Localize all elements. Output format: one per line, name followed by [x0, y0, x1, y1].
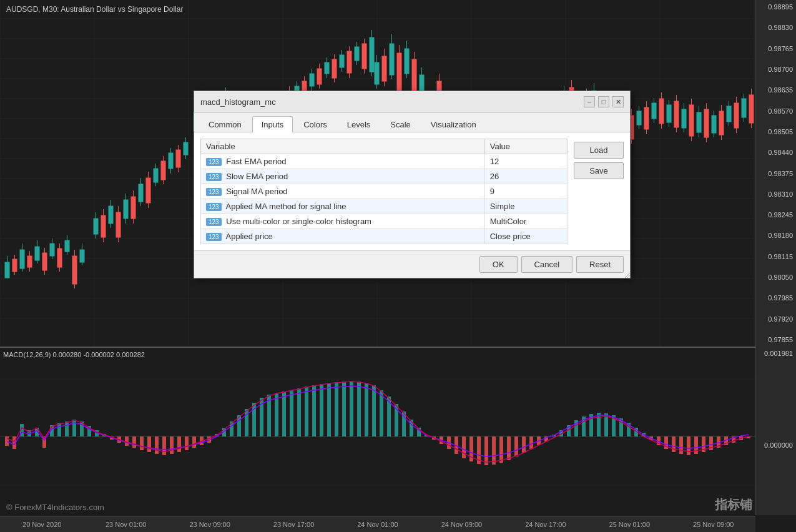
- type-badge: 123: [206, 158, 222, 166]
- table-row[interactable]: 123 Slow EMA period 26: [201, 169, 568, 184]
- svg-line-322: [625, 273, 630, 278]
- svg-line-323: [627, 275, 630, 278]
- table-cell-variable: 123 Applied MA method for signal line: [201, 199, 485, 214]
- tab-common[interactable]: Common: [199, 116, 251, 132]
- table-cell-variable: 123 Slow EMA period: [201, 169, 485, 184]
- dialog-titlebar[interactable]: macd_histogram_mc − □ ✕: [194, 91, 630, 113]
- table-cell-variable: 123 Signal MA period: [201, 184, 485, 199]
- dialog-footer: OK Cancel Reset: [194, 250, 630, 278]
- load-button[interactable]: Load: [574, 142, 624, 159]
- table-cell-variable: 123 Use multi-color or single-color hist…: [201, 214, 485, 229]
- dialog-controls: − □ ✕: [584, 96, 624, 107]
- table-cell-value[interactable]: 26: [484, 169, 567, 184]
- col-header-value: Value: [484, 139, 567, 154]
- type-badge: 123: [206, 173, 222, 181]
- table-cell-variable: 123 Fast EMA period: [201, 154, 485, 169]
- table-cell-value[interactable]: MultiColor: [484, 214, 567, 229]
- table-row[interactable]: 123 Use multi-color or single-color hist…: [201, 214, 568, 229]
- resize-icon: [622, 270, 630, 278]
- minimize-button[interactable]: −: [584, 96, 595, 107]
- tab-inputs[interactable]: Inputs: [252, 116, 293, 132]
- table-row[interactable]: 123 Applied price Close price: [201, 229, 568, 244]
- tab-colors[interactable]: Colors: [294, 116, 337, 132]
- type-badge: 123: [206, 188, 222, 196]
- table-cell-value[interactable]: 12: [484, 154, 567, 169]
- table-row[interactable]: 123 Fast EMA period 12: [201, 154, 568, 169]
- resize-handle[interactable]: [622, 270, 630, 278]
- table-cell-variable: 123 Applied price: [201, 229, 485, 244]
- tab-bar: Common Inputs Colors Levels Scale Visual…: [194, 113, 630, 132]
- table-row[interactable]: 123 Applied MA method for signal line Si…: [201, 199, 568, 214]
- tab-visualization[interactable]: Visualization: [421, 116, 486, 132]
- type-badge: 123: [206, 203, 222, 211]
- type-badge: 123: [206, 233, 222, 241]
- tab-levels[interactable]: Levels: [338, 116, 380, 132]
- table-row[interactable]: 123 Signal MA period 9: [201, 184, 568, 199]
- dialog-overlay: macd_histogram_mc − □ ✕ Common Inputs Co…: [0, 0, 796, 532]
- close-button[interactable]: ✕: [612, 96, 624, 107]
- save-button[interactable]: Save: [574, 162, 624, 179]
- ok-button[interactable]: OK: [479, 256, 518, 273]
- table-cell-value[interactable]: Simple: [484, 199, 567, 214]
- dialog-content: Variable Value 123 Fast EMA period 12: [194, 132, 630, 250]
- side-buttons: Load Save: [574, 139, 624, 244]
- table-cell-value[interactable]: Close price: [484, 229, 567, 244]
- parameters-table: Variable Value 123 Fast EMA period 12: [200, 139, 568, 244]
- cancel-button[interactable]: Cancel: [521, 256, 572, 273]
- maximize-button[interactable]: □: [598, 96, 609, 107]
- indicator-dialog: macd_histogram_mc − □ ✕ Common Inputs Co…: [194, 91, 631, 278]
- reset-button[interactable]: Reset: [576, 256, 624, 273]
- dialog-title: macd_histogram_mc: [200, 97, 276, 107]
- tab-scale[interactable]: Scale: [381, 116, 420, 132]
- col-header-variable: Variable: [201, 139, 485, 154]
- type-badge: 123: [206, 218, 222, 226]
- table-cell-value[interactable]: 9: [484, 184, 567, 199]
